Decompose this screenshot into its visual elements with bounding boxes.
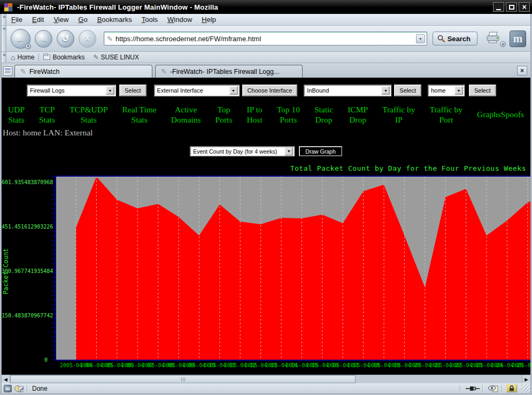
filter-select-1[interactable]: External Interface▼ — [154, 85, 240, 96]
filter-select-0[interactable]: Firewall Logs▼ — [27, 85, 116, 96]
print-dropdown[interactable]: ▼ — [500, 41, 506, 47]
draw-graph-button[interactable]: Draw Graph — [299, 146, 342, 156]
statusbar-separator — [482, 385, 483, 392]
filter-button-0[interactable]: Select — [119, 85, 147, 96]
filter-select-value: InBound — [305, 87, 381, 94]
tab-label: FireWatch — [29, 68, 60, 75]
back-history-dropdown[interactable]: ▼ — [25, 43, 31, 49]
link-top-10-ports[interactable]: Top 10Ports — [277, 104, 300, 125]
tab-page-icon: ✎ — [161, 67, 167, 75]
security-lock-icon[interactable] — [506, 384, 517, 392]
url-input[interactable] — [115, 35, 416, 43]
link-ip-to-host[interactable]: IP toHost — [246, 104, 262, 125]
bookmark-suse-linux[interactable]: ✎ SUSE LINUX — [89, 54, 143, 61]
link-static-drop[interactable]: StaticDrop — [314, 104, 333, 125]
filter-select-2[interactable]: InBound▼ — [304, 85, 391, 96]
tab-bar: ✎ FireWatch ✎ -FireWatch- IPTables Firew… — [2, 63, 530, 79]
menu-file[interactable]: File — [6, 16, 27, 24]
menu-window[interactable]: Window — [163, 16, 197, 24]
host-lan-label: Host: home LAN: External — [3, 128, 92, 138]
x-axis-labels: 2005-04-042005-04-052005-04-062005-04-07… — [2, 362, 530, 370]
maximize-button[interactable] — [506, 2, 517, 12]
url-dropdown-button[interactable]: ▼ — [416, 34, 425, 43]
menu-edit[interactable]: Edit — [27, 16, 49, 24]
close-tab-button[interactable]: × — [517, 66, 527, 75]
menu-view[interactable]: View — [49, 16, 73, 24]
link-icon: ✎ — [94, 54, 99, 61]
menu-go[interactable]: Go — [73, 16, 92, 24]
chart-title: Total Packet Count by Day for the Four P… — [290, 164, 526, 172]
filter-button-2[interactable]: Select — [394, 85, 421, 96]
y-tick-label: 601.935483870968 — [2, 179, 48, 185]
graph-controls: Event Count by Day (for 4 weeks) ▼ Draw … — [2, 146, 530, 156]
link-udp-stats[interactable]: UDPStats — [8, 104, 25, 125]
link-tcp-stats[interactable]: TCPStats — [39, 104, 55, 125]
online-status-icon[interactable] — [466, 385, 480, 392]
x-tick-label: 2005-04-26 — [512, 362, 530, 368]
tab-firewatch-logger[interactable]: ✎ -FireWatch- IPTables Firewall Logg... — [155, 65, 303, 78]
scroll-left-button[interactable]: ◀ — [2, 375, 10, 383]
menu-help[interactable]: Help — [197, 16, 221, 24]
link-tcp-udp-stats[interactable]: TCP&UDPStats — [70, 104, 108, 125]
link-traffic-by-port[interactable]: Traffic byPort — [430, 104, 463, 125]
link-spoofs[interactable]: Spoofs — [501, 109, 524, 119]
composer-component-icon[interactable] — [14, 385, 24, 392]
bookmarks-menu[interactable]: Bookmarks — [39, 54, 89, 61]
forward-button[interactable]: → — [35, 30, 52, 48]
back-button[interactable]: ← ▼ — [11, 29, 30, 49]
chevron-down-icon[interactable]: ▼ — [106, 86, 114, 95]
link-traffic-by-ip[interactable]: Traffic byIP — [382, 104, 415, 125]
close-button[interactable]: × — [519, 2, 530, 12]
menubar-grippy[interactable] — [2, 14, 6, 25]
tab-list-icon[interactable] — [3, 66, 12, 75]
scrollbar-thumb[interactable] — [10, 375, 356, 383]
suse-label: SUSE LINUX — [101, 54, 139, 61]
filter-button-3[interactable]: Select — [469, 85, 496, 96]
print-button[interactable]: ▼ — [486, 31, 501, 46]
tab-page-icon: ✎ — [20, 67, 26, 75]
chevron-down-icon[interactable]: ▼ — [229, 86, 238, 95]
search-icon — [437, 35, 445, 42]
minimize-icon — [496, 9, 501, 10]
home-icon: ⌂ — [11, 54, 15, 61]
print-icon — [486, 31, 501, 44]
menu-bookmarks[interactable]: Bookmarks — [92, 16, 137, 24]
navigator-component-icon[interactable]: m — [4, 385, 12, 392]
window-resize-grip[interactable] — [521, 384, 530, 393]
tab-firewatch[interactable]: ✎ FireWatch — [14, 65, 152, 78]
maximize-icon — [509, 5, 514, 10]
close-icon: × — [522, 3, 526, 11]
chevron-down-icon[interactable]: ▼ — [381, 86, 390, 95]
chevron-down-icon[interactable]: ▼ — [454, 86, 463, 95]
bookmark-link-icon[interactable]: ✎ — [104, 35, 115, 43]
reload-button[interactable]: ↺ — [57, 30, 74, 48]
filter-select-3[interactable]: home▼ — [428, 85, 465, 96]
link-icmp-drop[interactable]: ICMPDrop — [348, 104, 368, 125]
status-bar: m Done — [2, 383, 530, 393]
stop-button[interactable]: × — [79, 30, 96, 48]
link-real-time-stats[interactable]: Real TimeStats — [122, 104, 157, 125]
menu-items: FileEditViewGoBookmarksToolsWindowHelp — [6, 14, 221, 25]
link-top-ports[interactable]: TopPorts — [215, 104, 233, 125]
scroll-right-button[interactable]: ▶ — [522, 375, 530, 383]
search-button[interactable]: Search — [433, 32, 477, 45]
title-bar: -FireWatch- IPTables Firewall Logger Mai… — [0, 0, 532, 14]
navbar-grippy[interactable] — [2, 26, 6, 51]
minimize-button[interactable] — [493, 2, 504, 12]
graph-type-select[interactable]: Event Count by Day (for 4 weeks) ▼ — [190, 146, 295, 156]
menu-tools[interactable]: Tools — [137, 16, 163, 24]
bookmark-home[interactable]: ⌂ Home — [6, 54, 38, 61]
mozilla-logo-button[interactable]: m — [510, 31, 526, 47]
chevron-down-icon[interactable]: ▼ — [284, 147, 293, 156]
url-bar[interactable]: ✎ ▼ — [104, 32, 427, 45]
filter-button-1[interactable]: Choose Interface — [242, 85, 298, 96]
window-border — [0, 14, 2, 393]
window-title: -FireWatch- IPTables Firewall Logger Mai… — [17, 3, 218, 11]
link-graphs[interactable]: Graphs — [477, 109, 501, 119]
link-active-domains[interactable]: ActiveDomains — [171, 104, 201, 125]
horizontal-scrollbar[interactable]: ◀ ▶ — [2, 375, 530, 383]
personalbar-grippy[interactable] — [2, 52, 6, 63]
statusbar-separator — [502, 385, 502, 392]
filter-select-value: External Interface — [155, 87, 229, 94]
cookie-privacy-icon[interactable] — [488, 385, 499, 392]
